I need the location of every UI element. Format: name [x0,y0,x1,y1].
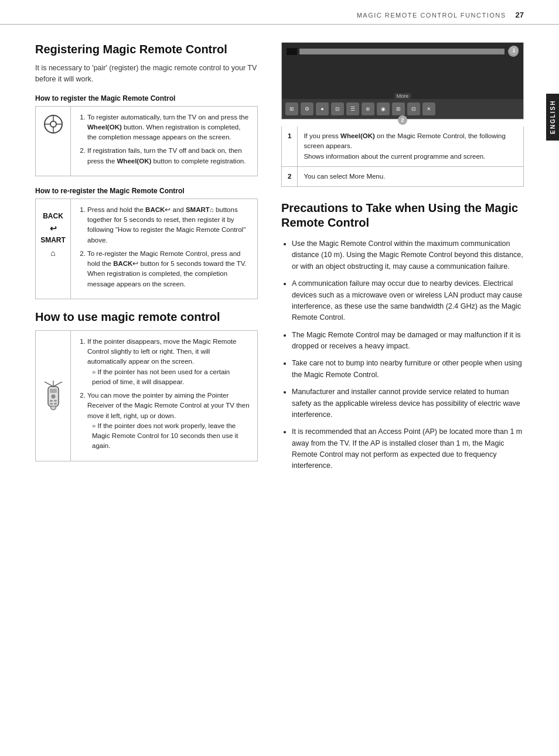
smart-label: SMART [40,235,66,246]
register-icon [36,107,71,176]
tv-image-container: 1 More ⊞ ⚙ ● ⊟ ☰ ⊕ ◉ ⊞ ⊟ [281,42,524,119]
header-title: MAGIC REMOTE CONTROL FUNCTIONS [357,12,506,19]
tv-toolbar: More ⊞ ⚙ ● ⊟ ☰ ⊕ ◉ ⊞ ⊟ ✕ 2 [282,99,523,119]
smart-home: ⌂ [50,247,55,259]
tv-icon-1: ⊞ [285,102,298,115]
how-register-subtitle: How to register the Magic Remote Control [35,94,258,102]
back-smart-icon: BACK ↩ SMART ⌂ [36,199,71,299]
precautions-section: Precautions to Take when Using the Magic… [281,201,524,472]
svg-rect-13 [54,400,57,402]
register-steps: To register automatically, turn the TV o… [71,107,257,176]
precautions-list: Use the Magic Remote Control within the … [281,238,524,472]
precautions-title: Precautions to Take when Using the Magic… [281,201,524,230]
registering-desc: It is necessary to 'pair' (register) the… [35,63,258,85]
tv-badge-2: 2 [398,115,407,125]
tv-info-table: 1 If you press Wheel(OK) on the Magic Re… [281,126,524,187]
back-arrow: ↩ [50,222,57,235]
svg-rect-15 [54,403,57,405]
right-column: 1 More ⊞ ⚙ ● ⊟ ☰ ⊕ ◉ ⊞ ⊟ [281,42,524,478]
svg-rect-12 [50,400,53,402]
how-reregister-subtitle: How to re-register the Magic Remote Cont… [35,187,258,195]
tv-icon-8: ⊞ [392,102,405,115]
tv-icon-4: ⊟ [331,102,344,115]
main-content: Registering Magic Remote Control It is n… [0,25,559,495]
precaution-6: It is recommended that an Access Point (… [292,426,524,472]
precaution-1: Use the Magic Remote Control within the … [292,238,524,272]
tv-info-row-1: 1 If you press Wheel(OK) on the Magic Re… [282,126,524,166]
use-step-2-sub: If the pointer does not work properly, l… [92,421,250,451]
tv-info-text-2: You can select More Menu. [298,166,524,186]
svg-line-8 [53,382,62,386]
tv-info-num-1: 1 [282,126,298,166]
registering-title: Registering Magic Remote Control [35,42,258,57]
precaution-2: A communication failure may occur due to… [292,278,524,324]
svg-rect-14 [50,403,53,405]
tv-info-num-2: 2 [282,166,298,186]
tv-icon-7: ◉ [377,102,390,115]
header-bar: MAGIC REMOTE CONTROL FUNCTIONS 27 [0,0,559,25]
tv-icon-5: ☰ [346,102,359,115]
registering-section: Registering Magic Remote Control It is n… [35,42,258,299]
tv-info-row-2: 2 You can select More Menu. [282,166,524,186]
tv-icon-9: ⊟ [407,102,420,115]
wheel-icon [43,114,64,135]
tv-screen-top [282,43,523,57]
svg-line-6 [45,382,53,386]
page: MAGIC REMOTE CONTROL FUNCTIONS 27 ENGLIS… [0,0,559,756]
remote-pointer-icon [36,331,71,461]
svg-point-1 [50,121,56,127]
tv-grey-bar [299,49,505,54]
tv-info-text-1: If you press Wheel(OK) on the Magic Remo… [298,126,524,166]
tv-icon-2: ⚙ [301,102,313,115]
reregister-step-1: Press and hold the BACK↩ and SMART⌂ butt… [87,205,250,245]
remote-svg [42,381,64,411]
back-label: BACK [43,211,63,222]
how-to-use-title: How to use magic remote control [35,310,258,324]
how-to-use-steps: If the pointer disappears, move the Magi… [71,331,257,461]
use-step-2: You can move the pointer by aiming the P… [87,391,250,451]
left-column: Registering Magic Remote Control It is n… [35,42,258,478]
register-step-1: To register automatically, turn the TV o… [87,112,250,143]
svg-point-11 [51,394,55,398]
register-step-2: If registration fails, turn the TV off a… [87,146,250,166]
reregister-step-2: To re-register the Magic Remote Control,… [87,249,250,289]
header-page: 27 [516,11,524,19]
how-to-use-box: If the pointer disappears, move the Magi… [35,330,258,461]
how-to-use-section: How to use magic remote control [35,310,258,461]
svg-rect-10 [50,389,57,393]
reregister-steps: Press and hold the BACK↩ and SMART⌂ butt… [71,199,257,299]
tv-badge-1: 1 [509,46,519,55]
tv-toolbar-more-label: More [394,93,411,99]
use-step-1-sub: If the pointer has not been used for a c… [92,367,250,388]
tv-icon-10: ✕ [422,102,435,115]
precaution-4: Take care not to bump into nearby furnit… [292,358,524,381]
tv-black-rect [287,48,297,55]
english-tab: ENGLISH [546,94,559,141]
tv-icon-3: ● [316,102,329,115]
register-box: To register automatically, turn the TV o… [35,106,258,176]
use-step-1: If the pointer disappears, move the Magi… [87,337,250,387]
precaution-3: The Magic Remote Control may be damaged … [292,330,524,353]
tv-screen: 1 More ⊞ ⚙ ● ⊟ ☰ ⊕ ◉ ⊞ ⊟ [282,43,523,119]
tv-icon-6: ⊕ [362,102,374,115]
precaution-5: Manufacturer and installer cannot provid… [292,386,524,420]
reregister-box: BACK ↩ SMART ⌂ Press and hold the BACK↩ … [35,199,258,299]
